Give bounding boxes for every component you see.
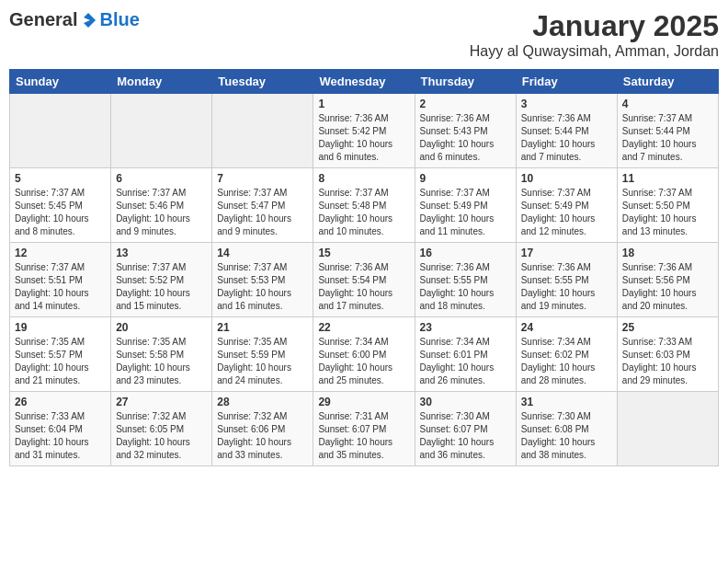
day-info: Sunrise: 7:36 AM Sunset: 5:42 PM Dayligh… [318, 112, 409, 164]
sunset-text: Sunset: 6:05 PM [116, 424, 184, 434]
day-info: Sunrise: 7:30 AM Sunset: 6:08 PM Dayligh… [521, 410, 612, 462]
table-row: 16 Sunrise: 7:36 AM Sunset: 5:55 PM Dayl… [415, 243, 516, 317]
daylight-text: Daylight: 10 hours and 8 minutes. [15, 213, 89, 236]
day-number: 24 [521, 321, 612, 334]
day-number: 21 [217, 321, 308, 334]
sunset-text: Sunset: 5:45 PM [15, 201, 83, 211]
sunset-text: Sunset: 5:46 PM [116, 201, 184, 211]
day-info: Sunrise: 7:35 AM Sunset: 5:59 PM Dayligh… [217, 336, 308, 387]
sunrise-text: Sunrise: 7:34 AM [420, 337, 490, 347]
day-info: Sunrise: 7:36 AM Sunset: 5:55 PM Dayligh… [521, 261, 612, 313]
day-info: Sunrise: 7:30 AM Sunset: 6:07 PM Dayligh… [420, 410, 511, 462]
daylight-text: Daylight: 10 hours and 6 minutes. [318, 139, 392, 162]
table-row: 4 Sunrise: 7:37 AM Sunset: 5:44 PM Dayli… [617, 94, 718, 168]
table-row: 1 Sunrise: 7:36 AM Sunset: 5:42 PM Dayli… [313, 94, 415, 168]
sunset-text: Sunset: 5:54 PM [318, 275, 386, 285]
table-row: 22 Sunrise: 7:34 AM Sunset: 6:00 PM Dayl… [313, 317, 415, 392]
header-monday: Monday [111, 70, 212, 94]
daylight-text: Daylight: 10 hours and 17 minutes. [318, 288, 392, 311]
day-info: Sunrise: 7:34 AM Sunset: 6:02 PM Dayligh… [521, 336, 612, 387]
sunset-text: Sunset: 5:59 PM [217, 350, 285, 360]
daylight-text: Daylight: 10 hours and 7 minutes. [622, 139, 697, 162]
sunrise-text: Sunrise: 7:35 AM [116, 337, 186, 347]
sunrise-text: Sunrise: 7:35 AM [217, 337, 287, 347]
sunrise-text: Sunrise: 7:37 AM [116, 188, 186, 198]
daylight-text: Daylight: 10 hours and 28 minutes. [521, 362, 596, 385]
sunset-text: Sunset: 5:55 PM [521, 275, 589, 285]
daylight-text: Daylight: 10 hours and 26 minutes. [420, 362, 495, 385]
table-row: 25 Sunrise: 7:33 AM Sunset: 6:03 PM Dayl… [617, 317, 718, 392]
day-info: Sunrise: 7:37 AM Sunset: 5:49 PM Dayligh… [521, 187, 612, 238]
day-number: 7 [217, 172, 308, 185]
day-info: Sunrise: 7:32 AM Sunset: 6:05 PM Dayligh… [116, 410, 207, 462]
header-sunday: Sunday [10, 70, 111, 94]
sunrise-text: Sunrise: 7:37 AM [116, 262, 186, 272]
day-info: Sunrise: 7:37 AM Sunset: 5:44 PM Dayligh… [622, 112, 713, 164]
table-row: 9 Sunrise: 7:37 AM Sunset: 5:49 PM Dayli… [415, 168, 516, 243]
daylight-text: Daylight: 10 hours and 20 minutes. [622, 288, 697, 311]
logo-general-text: General [9, 9, 77, 30]
daylight-text: Daylight: 10 hours and 33 minutes. [217, 437, 291, 460]
day-number: 23 [420, 321, 511, 334]
day-number: 13 [116, 247, 207, 259]
sunset-text: Sunset: 6:01 PM [420, 350, 488, 360]
day-info: Sunrise: 7:33 AM Sunset: 6:04 PM Dayligh… [15, 410, 106, 462]
header-thursday: Thursday [415, 70, 516, 94]
sunrise-text: Sunrise: 7:36 AM [521, 262, 591, 272]
day-info: Sunrise: 7:34 AM Sunset: 6:00 PM Dayligh… [318, 336, 409, 387]
day-number: 22 [318, 321, 409, 334]
table-row: 3 Sunrise: 7:36 AM Sunset: 5:44 PM Dayli… [516, 94, 617, 168]
table-row: 24 Sunrise: 7:34 AM Sunset: 6:02 PM Dayl… [516, 317, 617, 392]
sunset-text: Sunset: 5:49 PM [521, 201, 589, 211]
sunset-text: Sunset: 5:44 PM [622, 126, 690, 136]
table-row: 26 Sunrise: 7:33 AM Sunset: 6:04 PM Dayl… [10, 392, 111, 466]
weekday-header-row: Sunday Monday Tuesday Wednesday Thursday… [10, 70, 719, 94]
sunrise-text: Sunrise: 7:36 AM [318, 113, 388, 123]
day-number: 31 [521, 396, 612, 408]
day-info: Sunrise: 7:33 AM Sunset: 6:03 PM Dayligh… [622, 336, 713, 387]
header: General Blue January 2025 Hayy al Quways… [9, 9, 719, 60]
table-row: 28 Sunrise: 7:32 AM Sunset: 6:06 PM Dayl… [212, 392, 313, 466]
calendar-week-row: 19 Sunrise: 7:35 AM Sunset: 5:57 PM Dayl… [10, 317, 719, 392]
header-tuesday: Tuesday [212, 70, 313, 94]
sunset-text: Sunset: 5:42 PM [318, 126, 386, 136]
daylight-text: Daylight: 10 hours and 36 minutes. [420, 437, 495, 460]
day-info: Sunrise: 7:37 AM Sunset: 5:53 PM Dayligh… [217, 261, 308, 313]
sunrise-text: Sunrise: 7:37 AM [521, 188, 591, 198]
day-number: 20 [116, 321, 207, 334]
sunrise-text: Sunrise: 7:31 AM [318, 411, 388, 421]
day-info: Sunrise: 7:36 AM Sunset: 5:56 PM Dayligh… [622, 261, 713, 313]
day-number: 25 [622, 321, 713, 334]
sunrise-text: Sunrise: 7:34 AM [318, 337, 388, 347]
sunset-text: Sunset: 5:47 PM [217, 201, 285, 211]
sunrise-text: Sunrise: 7:34 AM [521, 337, 591, 347]
day-number: 10 [521, 172, 612, 185]
daylight-text: Daylight: 10 hours and 7 minutes. [521, 139, 596, 162]
calendar-week-row: 1 Sunrise: 7:36 AM Sunset: 5:42 PM Dayli… [10, 94, 719, 168]
day-info: Sunrise: 7:35 AM Sunset: 5:58 PM Dayligh… [116, 336, 207, 387]
daylight-text: Daylight: 10 hours and 16 minutes. [217, 288, 291, 311]
table-row: 12 Sunrise: 7:37 AM Sunset: 5:51 PM Dayl… [10, 243, 111, 317]
table-row: 7 Sunrise: 7:37 AM Sunset: 5:47 PM Dayli… [212, 168, 313, 243]
table-row: 13 Sunrise: 7:37 AM Sunset: 5:52 PM Dayl… [111, 243, 212, 317]
day-info: Sunrise: 7:37 AM Sunset: 5:45 PM Dayligh… [15, 187, 106, 238]
day-number: 28 [217, 396, 308, 408]
day-number: 4 [622, 98, 713, 110]
sunset-text: Sunset: 6:04 PM [15, 424, 83, 434]
table-row: 5 Sunrise: 7:37 AM Sunset: 5:45 PM Dayli… [10, 168, 111, 243]
table-row: 27 Sunrise: 7:32 AM Sunset: 6:05 PM Dayl… [111, 392, 212, 466]
sunset-text: Sunset: 6:07 PM [420, 424, 488, 434]
sunset-text: Sunset: 5:58 PM [116, 350, 184, 360]
daylight-text: Daylight: 10 hours and 38 minutes. [521, 437, 596, 460]
day-number: 12 [15, 247, 106, 259]
day-number: 26 [15, 396, 106, 408]
sunset-text: Sunset: 5:50 PM [622, 201, 690, 211]
sunset-text: Sunset: 5:48 PM [318, 201, 386, 211]
daylight-text: Daylight: 10 hours and 6 minutes. [420, 139, 495, 162]
logo-icon [79, 11, 97, 29]
table-row: 17 Sunrise: 7:36 AM Sunset: 5:55 PM Dayl… [516, 243, 617, 317]
daylight-text: Daylight: 10 hours and 35 minutes. [318, 437, 392, 460]
table-row: 30 Sunrise: 7:30 AM Sunset: 6:07 PM Dayl… [415, 392, 516, 466]
table-row [111, 94, 212, 168]
day-number: 9 [420, 172, 511, 185]
